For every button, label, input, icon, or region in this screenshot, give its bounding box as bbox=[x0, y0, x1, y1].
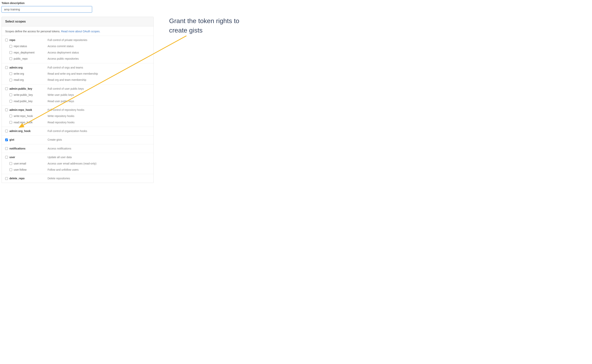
scope-desc: Full control of user public keys bbox=[47, 87, 84, 91]
scope-desc: Access public repositories bbox=[47, 57, 79, 61]
annotation-text: Grant the token rights to create gists bbox=[169, 16, 239, 35]
scope-desc: Read user public keys bbox=[47, 99, 74, 103]
scope-row: read:public_keyRead user public keys bbox=[2, 98, 153, 104]
scope-desc: Access deployment status bbox=[47, 50, 79, 55]
scope-group: admin:org_hookFull control of organizati… bbox=[2, 127, 153, 136]
scope-desc: Full control of repository hooks bbox=[47, 108, 84, 112]
scope-checkbox-repo[interactable] bbox=[5, 39, 8, 41]
scope-desc: Follow and unfollow users bbox=[47, 168, 79, 172]
scope-sub-name: user:follow bbox=[14, 168, 47, 172]
scope-desc: Write user public keys bbox=[47, 93, 74, 97]
scope-group: gistCreate gists bbox=[2, 136, 153, 144]
scopes-panel: Select scopes Scopes define the access f… bbox=[1, 17, 154, 183]
scope-row: read:repo_hookRead repository hooks bbox=[2, 119, 153, 125]
scope-sub-name: read:repo_hook bbox=[14, 120, 47, 124]
token-description-input[interactable] bbox=[1, 6, 92, 13]
scope-group: userUpdate all user datauser:emailAccess… bbox=[2, 153, 153, 174]
scopes-intro: Scopes define the access for personal to… bbox=[2, 26, 153, 36]
scope-checkbox-gist[interactable] bbox=[5, 138, 8, 141]
scope-checkbox-read-org[interactable] bbox=[9, 79, 12, 81]
scope-desc: Delete repositories bbox=[47, 176, 70, 181]
scope-sub-name: read:org bbox=[14, 78, 47, 82]
scope-sub-name: write:org bbox=[14, 72, 47, 76]
scope-desc: Read and write org and team membership bbox=[47, 72, 98, 76]
scope-desc: Access user email addresses (read-only) bbox=[47, 161, 96, 166]
scope-sub-name: read:public_key bbox=[14, 99, 47, 103]
scope-checkbox-repo-deployment[interactable] bbox=[9, 51, 12, 54]
scope-name: notifications bbox=[9, 146, 47, 151]
scope-row: user:emailAccess user email addresses (r… bbox=[2, 160, 153, 167]
scope-row: gistCreate gists bbox=[2, 136, 153, 143]
scope-checkbox-read-repo-hook[interactable] bbox=[9, 121, 12, 124]
scope-checkbox-delete-repo[interactable] bbox=[5, 177, 8, 180]
scope-name: admin:org_hook bbox=[9, 129, 47, 133]
scope-desc: Read repository hooks bbox=[47, 120, 74, 124]
scope-group: notificationsAccess notifications bbox=[2, 144, 153, 153]
scope-row: notificationsAccess notifications bbox=[2, 145, 153, 152]
scope-group: admin:public_keyFull control of user pub… bbox=[2, 84, 153, 106]
scope-checkbox-write-org[interactable] bbox=[9, 72, 12, 75]
scope-checkbox-admin-repo-hook[interactable] bbox=[5, 109, 8, 111]
scope-name: user bbox=[9, 155, 47, 159]
scope-checkbox-admin-public-key[interactable] bbox=[5, 87, 8, 90]
scope-name: delete_repo bbox=[9, 176, 47, 181]
scope-group: admin:orgFull control of orgs and teamsw… bbox=[2, 63, 153, 84]
scope-desc: Create gists bbox=[47, 137, 62, 142]
scope-checkbox-admin-org[interactable] bbox=[5, 66, 8, 69]
scope-row: userUpdate all user data bbox=[2, 154, 153, 160]
scope-row: admin:org_hookFull control of organizati… bbox=[2, 128, 153, 134]
scope-name: admin:public_key bbox=[9, 87, 47, 91]
scopes-title: Select scopes bbox=[2, 17, 153, 26]
scope-desc: Access commit status bbox=[47, 44, 73, 48]
scope-name: repo bbox=[9, 38, 47, 42]
scope-desc: Full control of private repositories bbox=[47, 38, 87, 42]
scope-row: public_repoAccess public repositories bbox=[2, 56, 153, 62]
scope-sub-name: write:public_key bbox=[14, 93, 47, 97]
scope-row: user:followFollow and unfollow users bbox=[2, 167, 153, 173]
scope-row: repoFull control of private repositories bbox=[2, 37, 153, 43]
scope-row: write:orgRead and write org and team mem… bbox=[2, 71, 153, 77]
scope-row: write:repo_hookWrite repository hooks bbox=[2, 113, 153, 119]
scope-row: repo:statusAccess commit status bbox=[2, 43, 153, 49]
scope-checkbox-notifications[interactable] bbox=[5, 147, 8, 150]
scope-checkbox-write-public-key[interactable] bbox=[9, 93, 12, 96]
scope-checkbox-repo-status[interactable] bbox=[9, 45, 12, 48]
scope-desc: Full control of organization hooks bbox=[47, 129, 87, 133]
scope-name: gist bbox=[9, 137, 47, 142]
scope-sub-name: repo:status bbox=[14, 44, 47, 48]
scope-checkbox-write-repo-hook[interactable] bbox=[9, 115, 12, 117]
scope-group: repoFull control of private repositories… bbox=[2, 36, 153, 63]
scope-checkbox-read-public-key[interactable] bbox=[9, 100, 12, 103]
scope-row: admin:public_keyFull control of user pub… bbox=[2, 86, 153, 92]
scope-desc: Write repository hooks bbox=[47, 114, 74, 118]
scope-row: admin:repo_hookFull control of repositor… bbox=[2, 107, 153, 113]
scope-row: read:orgRead org and team membership bbox=[2, 77, 153, 83]
oauth-scopes-link[interactable]: Read more about OAuth scopes. bbox=[61, 30, 100, 33]
token-description-label: Token description bbox=[1, 1, 154, 5]
scope-name: admin:org bbox=[9, 65, 47, 70]
scope-row: repo_deploymentAccess deployment status bbox=[2, 49, 153, 56]
scope-row: write:public_keyWrite user public keys bbox=[2, 92, 153, 98]
scopes-intro-text: Scopes define the access for personal to… bbox=[5, 30, 61, 33]
scope-checkbox-user-follow[interactable] bbox=[9, 168, 12, 171]
scope-desc: Read org and team membership bbox=[47, 78, 86, 82]
scope-checkbox-public-repo[interactable] bbox=[9, 57, 12, 60]
annotation-line2: create gists bbox=[169, 26, 203, 34]
scope-desc: Full control of orgs and teams bbox=[47, 65, 83, 70]
scope-sub-name: write:repo_hook bbox=[14, 114, 47, 118]
scope-checkbox-user[interactable] bbox=[5, 156, 8, 159]
scope-desc: Access notifications bbox=[47, 146, 71, 151]
scope-desc: Update all user data bbox=[47, 155, 72, 159]
scope-row: delete_repoDelete repositories bbox=[2, 175, 153, 182]
scope-group: admin:repo_hookFull control of repositor… bbox=[2, 106, 153, 127]
scope-sub-name: public_repo bbox=[14, 57, 47, 61]
scope-checkbox-admin-org-hook[interactable] bbox=[5, 130, 8, 132]
scope-row: admin:orgFull control of orgs and teams bbox=[2, 65, 153, 71]
scope-sub-name: repo_deployment bbox=[14, 50, 47, 55]
scope-checkbox-user-email[interactable] bbox=[9, 162, 12, 165]
annotation-line1: Grant the token rights to bbox=[169, 17, 239, 24]
scope-name: admin:repo_hook bbox=[9, 108, 47, 112]
scope-sub-name: user:email bbox=[14, 161, 47, 166]
scope-group: delete_repoDelete repositories bbox=[2, 174, 153, 182]
